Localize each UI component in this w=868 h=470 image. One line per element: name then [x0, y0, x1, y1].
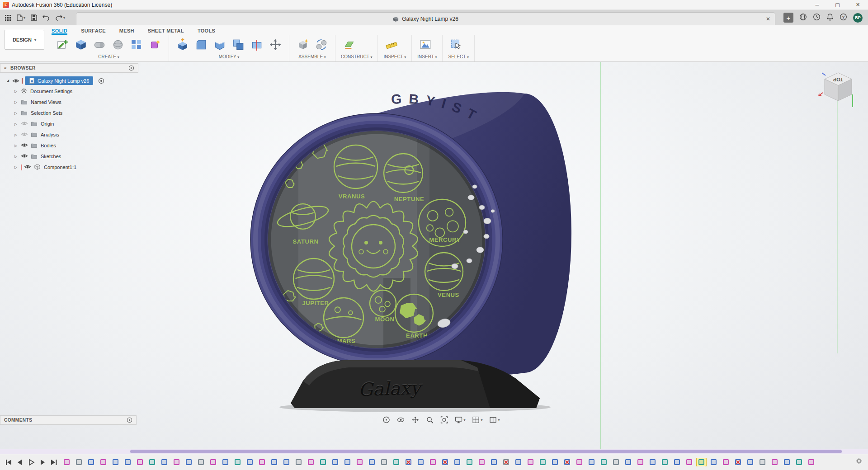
timeline-feature-49[interactable] [648, 458, 657, 466]
ribbon-tab-solid[interactable]: SOLID [52, 26, 67, 35]
timeline-feature-13[interactable] [209, 458, 217, 466]
visibility-eye-icon[interactable] [21, 121, 28, 127]
play-icon[interactable] [27, 458, 35, 466]
browser-item-analysis[interactable]: ▷Analysis [0, 129, 138, 140]
browser-header[interactable]: « BROWSER [0, 63, 138, 73]
timeline-feature-58[interactable] [758, 458, 767, 466]
timeline-feature-30[interactable] [416, 458, 425, 466]
timeline-feature-55[interactable] [722, 458, 730, 466]
pan-icon[interactable] [411, 416, 420, 424]
ribbon-group-label-assemble[interactable]: ASSEMBLE ▾ [295, 54, 330, 61]
timeline-feature-41[interactable] [551, 458, 559, 466]
timeline-feature-14[interactable] [221, 458, 230, 466]
ribbon-group-label-inspect[interactable]: INSPECT ▾ [383, 54, 406, 61]
timeline-feature-33[interactable] [453, 458, 462, 466]
visibility-eye-icon[interactable] [12, 78, 19, 84]
timeline-feature-6[interactable] [123, 458, 132, 466]
timeline-feature-54[interactable] [709, 458, 718, 466]
timeline-feature-59[interactable] [770, 458, 779, 466]
timeline-feature-56[interactable]: ✕ [734, 458, 742, 466]
file-menu-icon[interactable]: ▾ [17, 14, 25, 21]
display-settings-icon[interactable]: ▾ [455, 416, 466, 424]
app-grid-icon[interactable] [5, 14, 11, 21]
timeline-feature-46[interactable] [612, 458, 620, 466]
timeline-feature-25[interactable] [355, 458, 364, 466]
ribbon-icon-plane[interactable] [341, 37, 357, 52]
timeline-feature-22[interactable] [319, 458, 327, 466]
ribbon-icon-pattern[interactable] [128, 37, 145, 52]
workspace-selector[interactable]: DESIGN ▾ [5, 30, 44, 50]
ribbon-icon-capsule[interactable] [91, 37, 108, 52]
notifications-bell-icon[interactable] [826, 13, 834, 23]
ribbon-group-label-insert[interactable]: INSERT ▾ [417, 54, 437, 61]
ribbon-icon-newcomp[interactable] [295, 37, 311, 52]
ribbon-icon-sphere[interactable] [110, 37, 126, 52]
go-to-start-icon[interactable] [5, 458, 13, 466]
timeline-feature-7[interactable] [136, 458, 144, 466]
visibility-eye-icon[interactable] [21, 153, 28, 160]
timeline-feature-45[interactable] [599, 458, 608, 466]
timeline-feature-1[interactable] [62, 458, 71, 466]
user-avatar[interactable]: RP [853, 13, 863, 23]
panel-options-icon[interactable] [127, 417, 132, 423]
ribbon-icon-shell[interactable] [212, 37, 228, 52]
visibility-eye-icon[interactable] [21, 142, 28, 149]
ribbon-icon-joint[interactable] [313, 37, 330, 52]
browser-item-origin[interactable]: ▷Origin [0, 118, 138, 129]
timeline-feature-21[interactable] [307, 458, 315, 466]
timeline-feature-3[interactable] [87, 458, 95, 466]
ribbon-tab-sheet-metal[interactable]: SHEET METAL [148, 26, 184, 35]
timeline-feature-11[interactable] [184, 458, 193, 466]
visibility-eye-icon[interactable] [24, 164, 31, 170]
maximize-button[interactable]: ▢ [827, 0, 848, 9]
timeline-feature-28[interactable] [392, 458, 401, 466]
expand-arrow-icon[interactable]: ▷ [14, 100, 18, 104]
expand-arrow-icon[interactable]: ▷ [14, 155, 18, 159]
ribbon-icon-sketch[interactable] [54, 37, 71, 52]
minimize-button[interactable]: ─ [807, 0, 827, 9]
timeline-feature-17[interactable] [258, 458, 266, 466]
zoom-icon[interactable] [426, 416, 434, 424]
timeline-feature-50[interactable] [660, 458, 669, 466]
orbit-icon[interactable] [382, 416, 391, 424]
step-forward-icon[interactable] [38, 458, 47, 466]
ribbon-icon-combine[interactable] [230, 37, 246, 52]
timeline-feature-37[interactable]: ✕ [502, 458, 510, 466]
browser-item-component1-1[interactable]: ▷Component1:1 [0, 162, 138, 173]
timeline-feature-5[interactable] [111, 458, 120, 466]
timeline-feature-4[interactable] [99, 458, 108, 466]
timeline-feature-61[interactable] [795, 458, 803, 466]
expand-arrow-icon[interactable]: ▷ [14, 89, 18, 94]
timeline-feature-18[interactable] [270, 458, 278, 466]
ribbon-group-label-select[interactable]: SELECT ▾ [448, 54, 469, 61]
timeline-feature-10[interactable] [172, 458, 181, 466]
timeline-feature-39[interactable] [526, 458, 535, 466]
timeline-feature-23[interactable] [331, 458, 340, 466]
browser-item-bodies[interactable]: ▷Bodies [0, 140, 138, 151]
expand-arrow-icon[interactable]: ▷ [14, 111, 18, 115]
fit-icon[interactable] [440, 416, 448, 424]
viewports-icon[interactable]: ▾ [489, 416, 500, 424]
timeline-feature-2[interactable] [75, 458, 83, 466]
ribbon-icon-canvas[interactable] [417, 37, 434, 52]
expand-arrow-icon[interactable]: ▷ [14, 122, 18, 126]
close-tab-icon[interactable]: ✕ [766, 16, 770, 22]
timeline-feature-36[interactable] [490, 458, 498, 466]
activate-radio-icon[interactable] [98, 78, 104, 84]
ribbon-group-label-modify[interactable]: MODIFY ▾ [175, 54, 283, 61]
viewcube[interactable]: TOP [816, 66, 858, 109]
timeline-feature-44[interactable] [587, 458, 596, 466]
undo-icon[interactable] [42, 14, 50, 21]
expand-arrow-icon[interactable]: ▷ [14, 133, 18, 137]
go-to-end-icon[interactable] [50, 458, 58, 466]
comments-header[interactable]: COMMENTS [0, 415, 137, 425]
ribbon-tab-mesh[interactable]: MESH [119, 26, 134, 35]
timeline-feature-38[interactable] [514, 458, 523, 466]
timeline-feature-51[interactable] [673, 458, 681, 466]
timeline-feature-16[interactable] [245, 458, 254, 466]
visibility-eye-icon[interactable] [21, 132, 28, 138]
timeline-feature-47[interactable] [624, 458, 632, 466]
model-galaxy-lamp[interactable]: VRANUSNEPTUNESATURNMERCURYVENUSJUPITERMA… [250, 91, 571, 408]
timeline-feature-35[interactable] [477, 458, 486, 466]
ribbon-tab-surface[interactable]: SURFACE [81, 26, 106, 35]
